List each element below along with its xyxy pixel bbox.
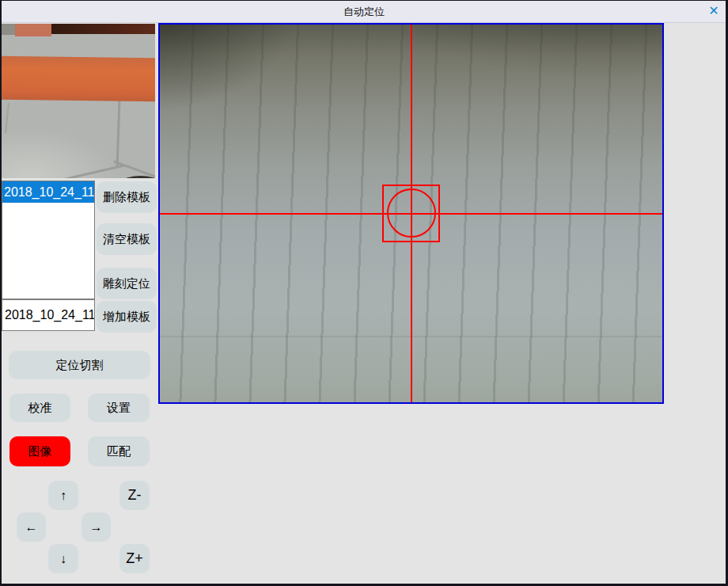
template-list[interactable]: 2018_10_24_11: [2, 181, 95, 299]
settings-button[interactable]: 设置: [88, 394, 150, 422]
thumbnail-salmon-patch: [15, 24, 51, 36]
add-template-button[interactable]: 增加模板: [97, 301, 157, 333]
auto-position-window: 自动定位 ✕ 2018_10_24_11 删除模板 清空模板 雕刻定位 增加模板…: [0, 0, 728, 586]
close-icon[interactable]: ✕: [705, 2, 722, 20]
thumbnail-dark-strip: [51, 24, 155, 34]
window-title: 自动定位: [0, 0, 728, 23]
template-list-item-selected[interactable]: 2018_10_24_11: [2, 181, 94, 203]
jog-z-plus-button[interactable]: Z+: [119, 544, 150, 573]
roi-circle-marker: [387, 188, 436, 238]
template-name-input[interactable]: [2, 299, 95, 331]
clear-templates-button[interactable]: 清空模板: [97, 223, 157, 255]
position-cut-button[interactable]: 定位切割: [9, 351, 150, 379]
camera-view[interactable]: [158, 23, 664, 404]
thumbnail-orange-board: [2, 56, 155, 102]
jog-down-button[interactable]: ↓: [48, 544, 78, 573]
jog-left-button[interactable]: ←: [17, 512, 46, 542]
delete-template-button[interactable]: 删除模板: [97, 181, 157, 213]
title-bar[interactable]: 自动定位 ✕: [0, 0, 728, 23]
jog-up-button[interactable]: ↑: [48, 481, 78, 510]
template-thumbnail: [2, 24, 155, 178]
thumbnail-gray-patch: [2, 24, 15, 35]
image-button-active[interactable]: 图像: [9, 436, 70, 466]
jog-z-minus-button[interactable]: Z-: [119, 481, 150, 510]
match-button[interactable]: 匹配: [88, 436, 150, 466]
jog-right-button[interactable]: →: [82, 512, 111, 542]
calibrate-button[interactable]: 校准: [9, 394, 70, 422]
engrave-position-button[interactable]: 雕刻定位: [97, 268, 157, 299]
